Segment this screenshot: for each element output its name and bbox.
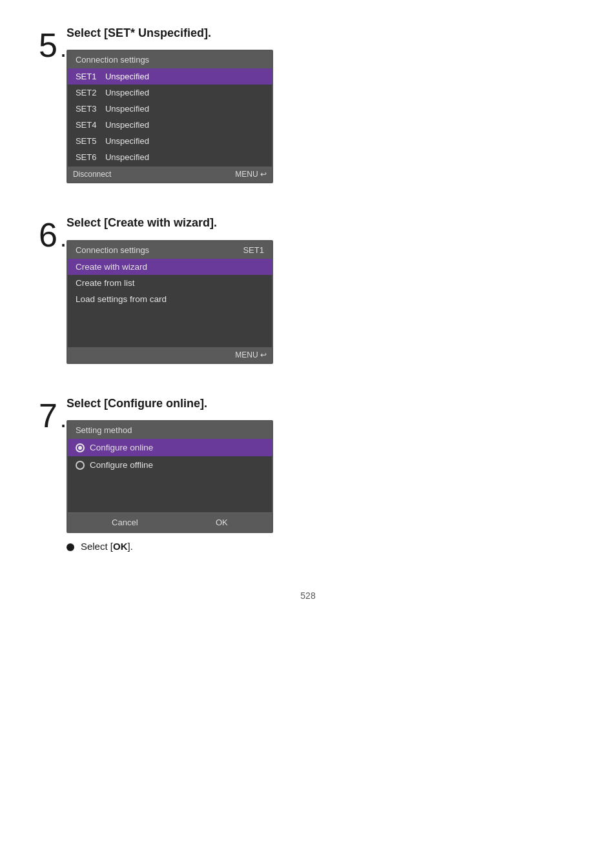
step-7-footer: Cancel OK	[68, 512, 272, 532]
step-7-title: Select [Configure online].	[67, 396, 577, 411]
sub-step-text: Select [OK].	[81, 541, 133, 552]
page-number: 528	[39, 590, 577, 601]
step-5-number: 5.	[39, 26, 67, 65]
step-7-number: 7.	[39, 396, 67, 435]
step-7-screen: Setting method Configure online Configur…	[67, 420, 273, 533]
ok-button[interactable]: OK	[204, 516, 240, 529]
set1-row[interactable]: SET1 Unspecified	[68, 68, 272, 85]
set5-row[interactable]: SET5 Unspecified	[68, 133, 272, 149]
empty-area-6	[68, 307, 272, 346]
step-5-footer: Disconnect MENU ↩	[68, 167, 272, 182]
set4-row[interactable]: SET4 Unspecified	[68, 117, 272, 133]
disconnect-btn[interactable]: Disconnect	[73, 170, 111, 179]
configure-online-radio	[76, 443, 85, 452]
step-5-screen: Connection settings SET1 Unspecified SET…	[67, 50, 273, 183]
configure-online-option[interactable]: Configure online	[68, 439, 272, 456]
step-7: 7. Select [Configure online]. Setting me…	[39, 396, 577, 552]
step-6-screen: Connection settings SET1 Create with wiz…	[67, 240, 273, 364]
configure-offline-option[interactable]: Configure offline	[68, 456, 272, 474]
step-5-title: Select [SET* Unspecified].	[67, 26, 577, 41]
step-6-number: 6.	[39, 216, 67, 254]
step-7-content: Select [Configure online]. Setting metho…	[67, 396, 577, 552]
step-6-content: Select [Create with wizard]. Connection …	[67, 216, 577, 363]
step-6: 6. Select [Create with wizard]. Connecti…	[39, 216, 577, 363]
step-6-title: Select [Create with wizard].	[67, 216, 577, 230]
cancel-button[interactable]: Cancel	[100, 516, 149, 529]
set3-row[interactable]: SET3 Unspecified	[68, 101, 272, 117]
setting-method-header: Setting method	[68, 421, 272, 439]
menu-btn-5[interactable]: MENU ↩	[235, 170, 267, 179]
load-settings-row[interactable]: Load settings from card	[68, 291, 272, 307]
menu-btn-6[interactable]: MENU ↩	[235, 350, 267, 359]
create-with-wizard-row[interactable]: Create with wizard	[68, 259, 272, 275]
sub-step-ok: Select [OK].	[67, 541, 577, 552]
configure-offline-radio	[76, 461, 85, 470]
set6-row[interactable]: SET6 Unspecified	[68, 149, 272, 165]
step-5-content: Select [SET* Unspecified]. Connection se…	[67, 26, 577, 183]
set2-row[interactable]: SET2 Unspecified	[68, 85, 272, 101]
step-6-footer: MENU ↩	[68, 347, 272, 363]
step-5: 5. Select [SET* Unspecified]. Connection…	[39, 26, 577, 183]
empty-area-7	[68, 474, 272, 512]
create-from-list-row[interactable]: Create from list	[68, 275, 272, 291]
step-5-screen-header: Connection settings	[68, 51, 272, 68]
step-6-screen-header: Connection settings SET1	[68, 241, 272, 259]
bullet-icon	[67, 543, 74, 551]
